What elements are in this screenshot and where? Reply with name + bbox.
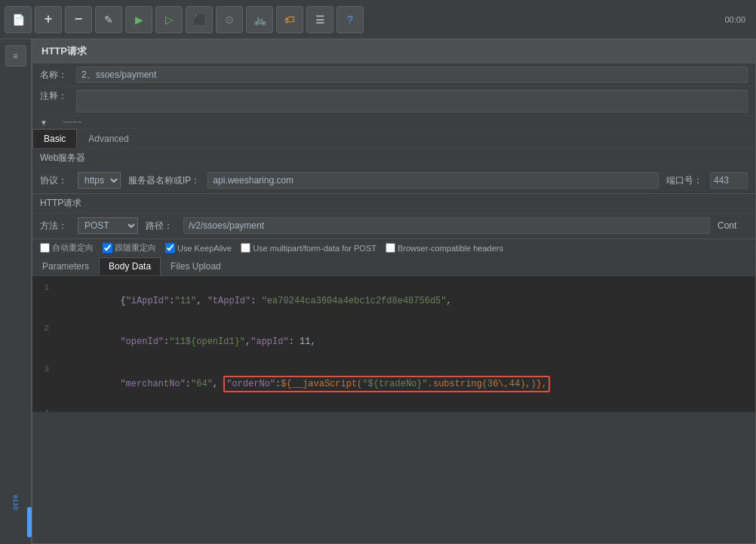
toolbar: 📄 + − ✎ ▶ ▷ ⬛ ⊙ 🚲 🏷 ☰ ? 00:00 bbox=[0, 0, 756, 39]
line-content-3: "merchantNo":"64", "orderNo":${__javaScr… bbox=[55, 362, 755, 406]
port-label: 端口号： bbox=[666, 174, 702, 187]
browser-headers-checkbox[interactable] bbox=[386, 243, 395, 253]
line-content-1: {"iAppId":"11", "tAppId": "ea70244ca3604… bbox=[55, 281, 755, 321]
keep-alive-text: Use KeepAlive bbox=[177, 244, 232, 253]
browser-headers-label[interactable]: Browser-compatible headers bbox=[386, 243, 503, 253]
name-row: 名称： bbox=[32, 63, 755, 87]
toolbar-time: 00:00 bbox=[724, 15, 751, 24]
server-label: 服务器名称或IP： bbox=[128, 174, 200, 187]
name-input[interactable] bbox=[76, 66, 748, 83]
method-select[interactable]: POST GET PUT DELETE bbox=[78, 217, 138, 234]
http-request-header: HTTP请求 bbox=[32, 194, 755, 214]
follow-redirect-text: 跟随重定向 bbox=[115, 242, 156, 254]
protocol-select[interactable]: https http bbox=[78, 172, 121, 189]
comment-input[interactable] bbox=[76, 90, 748, 112]
path-label: 路径： bbox=[146, 220, 176, 232]
browser-headers-text: Browser-compatible headers bbox=[398, 244, 503, 253]
tab-advanced[interactable]: Advanced bbox=[77, 129, 140, 148]
collapse-dots: ~~~~ bbox=[63, 118, 82, 127]
left-sidebar: ≡ e110 bbox=[0, 39, 32, 544]
code-line-3: 3 "merchantNo":"64", "orderNo":${__javaS… bbox=[32, 362, 755, 406]
multipart-text: Use multipart/form-data for POST bbox=[253, 244, 376, 253]
follow-redirect-checkbox[interactable] bbox=[103, 243, 112, 253]
help-button[interactable]: ? bbox=[337, 6, 364, 33]
bike-button[interactable]: 🚲 bbox=[246, 6, 273, 33]
auto-redirect-checkbox[interactable] bbox=[40, 243, 50, 253]
port-input[interactable] bbox=[710, 172, 748, 189]
sub-tab-parameters[interactable]: Parameters bbox=[32, 257, 99, 275]
checkboxes-row: 自动重定向 跟随重定向 Use KeepAlive Use multipart/… bbox=[32, 239, 755, 257]
edit-button[interactable]: ✎ bbox=[95, 6, 122, 33]
http-request-section: HTTP请求 方法： POST GET PUT DELETE 路径： Cont bbox=[32, 194, 755, 239]
protocol-row: 协议： https http 服务器名称或IP： 端口号： bbox=[32, 168, 755, 193]
collapse-row: ▼ ~~~~ bbox=[32, 116, 755, 129]
sub-tabs-row: Parameters Body Data Files Upload bbox=[32, 257, 755, 276]
follow-redirect-label[interactable]: 跟随重定向 bbox=[103, 242, 156, 254]
line-content-4: "goodsName":"商品名", "amount":2300, "chann… bbox=[55, 406, 755, 412]
method-label: 方法： bbox=[40, 220, 70, 232]
tab-basic[interactable]: Basic bbox=[32, 129, 77, 148]
path-input[interactable] bbox=[183, 217, 710, 234]
comment-label: 注释： bbox=[40, 90, 70, 103]
list-button[interactable]: ☰ bbox=[306, 6, 333, 33]
web-server-header: Web服务器 bbox=[32, 149, 755, 168]
line-num-4: 4 bbox=[32, 406, 55, 412]
play-button[interactable]: ▶ bbox=[125, 6, 152, 33]
code-editor[interactable]: 1 {"iAppId":"11", "tAppId": "ea70244ca36… bbox=[32, 276, 755, 412]
keep-alive-label[interactable]: Use KeepAlive bbox=[165, 243, 232, 253]
remove-button[interactable]: − bbox=[65, 6, 92, 33]
add-button[interactable]: + bbox=[35, 6, 62, 33]
stop2-button[interactable]: ⊙ bbox=[216, 6, 243, 33]
code-line-4: 4 "goodsName":"商品名", "amount":2300, "cha… bbox=[32, 406, 755, 412]
collapse-arrow[interactable]: ▼ bbox=[40, 118, 48, 127]
cont-label: Cont bbox=[718, 220, 748, 231]
method-row: 方法： POST GET PUT DELETE 路径： Cont bbox=[32, 214, 755, 238]
comment-row: 注释： bbox=[32, 87, 755, 116]
sidebar-label: e110 bbox=[12, 495, 20, 510]
play2-button[interactable]: ▷ bbox=[155, 6, 183, 33]
code-line-2: 2 "openId":"11${openId1}","appId": 11, bbox=[32, 321, 755, 362]
line-num-1: 1 bbox=[32, 281, 55, 321]
http-panel: HTTP请求 名称： 注释： ▼ ~~~~ Basic Advanced bbox=[32, 39, 756, 544]
code-line-1: 1 {"iAppId":"11", "tAppId": "ea70244ca36… bbox=[32, 281, 755, 321]
main-tabs: Basic Advanced bbox=[32, 129, 755, 149]
main-content: HTTP请求 名称： 注释： ▼ ~~~~ Basic Advanced bbox=[32, 39, 756, 544]
line-num-3: 3 bbox=[32, 362, 55, 406]
sub-tab-body-data[interactable]: Body Data bbox=[99, 257, 161, 275]
multipart-checkbox[interactable] bbox=[241, 243, 250, 253]
layout: ≡ e110 HTTP请求 名称： 注释： ▼ ~~~~ bbox=[0, 39, 756, 544]
web-server-section: Web服务器 协议： https http 服务器名称或IP： 端口号： bbox=[32, 149, 755, 194]
name-label: 名称： bbox=[40, 69, 70, 81]
multipart-label[interactable]: Use multipart/form-data for POST bbox=[241, 243, 376, 253]
stop-button[interactable]: ⬛ bbox=[186, 6, 213, 33]
auto-redirect-label[interactable]: 自动重定向 bbox=[40, 242, 94, 254]
panel-title: HTTP请求 bbox=[32, 40, 755, 63]
sub-tab-files-upload[interactable]: Files Upload bbox=[161, 257, 231, 275]
keep-alive-checkbox[interactable] bbox=[165, 243, 175, 253]
line-content-2: "openId":"11${openId1}","appId": 11, bbox=[55, 321, 755, 362]
line-num-2: 2 bbox=[32, 321, 55, 362]
server-input[interactable] bbox=[207, 172, 659, 189]
sidebar-icon-1[interactable]: ≡ bbox=[5, 45, 26, 66]
doc-button[interactable]: 📄 bbox=[5, 6, 32, 33]
tag-button[interactable]: 🏷 bbox=[276, 6, 303, 33]
protocol-label: 协议： bbox=[40, 174, 70, 187]
auto-redirect-text: 自动重定向 bbox=[52, 242, 94, 254]
